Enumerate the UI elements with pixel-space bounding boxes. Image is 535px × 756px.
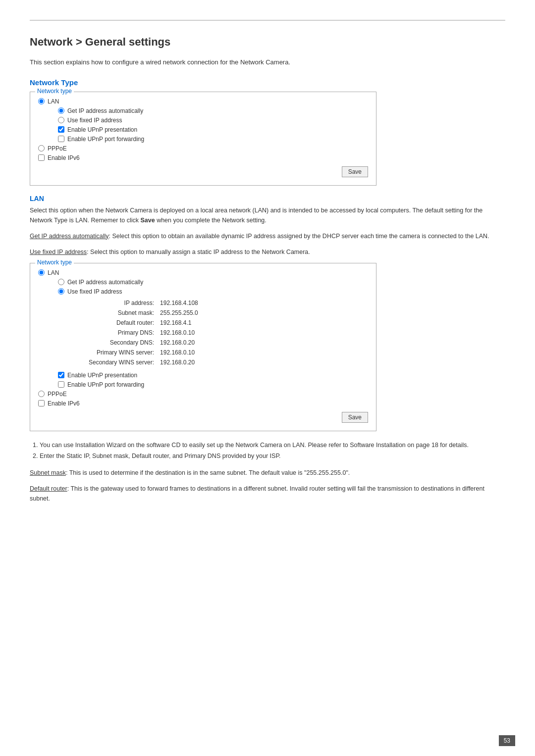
default-router-desc: : This is the gateway used to forward fr… <box>30 485 484 502</box>
get-ip-auto-row[interactable]: Get IP address automatically <box>58 107 368 114</box>
use-fixed-ip-radio-2[interactable] <box>58 288 64 295</box>
enable-ipv6-label-1: Enable IPv6 <box>48 154 80 161</box>
enable-upnp-port-checkbox-2[interactable] <box>58 381 64 388</box>
secondary-wins-value: 192.168.0.20 <box>160 358 201 367</box>
lan-radio[interactable] <box>38 98 45 104</box>
save-strong: Save <box>140 217 155 224</box>
get-ip-auto-row-2[interactable]: Get IP address automatically <box>58 279 368 286</box>
lan-radio-2[interactable] <box>38 269 45 276</box>
use-fixed-ip-radio[interactable] <box>58 117 64 123</box>
lan-subheading: LAN <box>30 195 505 202</box>
get-ip-auto-label-2: Get IP address automatically <box>67 279 143 286</box>
enable-upnp-port-label-1: Enable UPnP port forwarding <box>67 136 144 143</box>
pppoe-radio-row-1[interactable]: PPPoE <box>38 145 368 152</box>
lan-radio-row-2[interactable]: LAN <box>38 269 368 276</box>
subnet-mask-row: Subnet mask: 255.255.255.0 <box>89 308 201 317</box>
enable-ipv6-row-1[interactable]: Enable IPv6 <box>38 154 368 161</box>
enable-ipv6-checkbox-1[interactable] <box>38 154 45 161</box>
enable-upnp-pres-row-2[interactable]: Enable UPnP presentation <box>58 372 368 379</box>
secondary-dns-label: Secondary DNS: <box>89 338 159 347</box>
subnet-mask-desc: : This is used to determine if the desti… <box>66 469 350 476</box>
get-ip-auto-label: Get IP address automatically <box>67 107 143 114</box>
enable-ipv6-checkbox-2[interactable] <box>38 400 45 406</box>
pppoe-radio-2[interactable] <box>38 391 45 397</box>
get-ip-auto-paragraph: Get IP address automatically: Select thi… <box>30 231 505 241</box>
subnet-mask-label: Subnet mask: <box>89 308 159 317</box>
network-type-box-1: Network type LAN Get IP address automati… <box>30 92 376 186</box>
note-1-text: You can use Installation Wizard on the s… <box>40 442 469 449</box>
notes-list: You can use Installation Wizard on the s… <box>40 440 505 461</box>
intro-text: This section explains how to configure a… <box>30 57 505 67</box>
enable-upnp-port-label-2: Enable UPnP port forwarding <box>67 381 144 388</box>
use-fixed-ip-label: Use fixed IP address <box>67 117 122 124</box>
note-2-text: Enter the Static IP, Subnet mask, Defaul… <box>40 453 281 459</box>
top-rule <box>30 20 505 21</box>
enable-upnp-port-row-1[interactable]: Enable UPnP port forwarding <box>58 136 368 143</box>
default-router-paragraph: Default router: This is the gateway used… <box>30 484 505 504</box>
ip-address-label: IP address: <box>89 299 159 307</box>
secondary-dns-row: Secondary DNS: 192.168.0.20 <box>89 338 201 347</box>
secondary-wins-label: Secondary WINS server: <box>89 358 159 367</box>
save-button-1[interactable]: Save <box>342 166 368 177</box>
secondary-dns-value: 192.168.0.20 <box>160 338 201 347</box>
get-ip-auto-radio[interactable] <box>58 107 64 114</box>
ip-fields-table: IP address: 192.168.4.108 Subnet mask: 2… <box>88 298 202 368</box>
note-2: Enter the Static IP, Subnet mask, Defaul… <box>40 451 505 461</box>
get-ip-auto-radio-2[interactable] <box>58 279 64 285</box>
primary-dns-row: Primary DNS: 192.168.0.10 <box>89 328 201 337</box>
subnet-mask-link: Subnet mask <box>30 469 66 476</box>
use-fixed-paragraph: Use fixed IP address: Select this option… <box>30 247 505 257</box>
secondary-wins-row: Secondary WINS server: 192.168.0.20 <box>89 358 201 367</box>
primary-wins-label: Primary WINS server: <box>89 348 159 357</box>
save-row-1: Save <box>38 166 368 177</box>
network-type-box-2: Network type LAN Get IP address automati… <box>30 263 376 431</box>
enable-ipv6-label-2: Enable IPv6 <box>48 400 80 407</box>
subnet-mask-paragraph: Subnet mask: This is used to determine i… <box>30 468 505 478</box>
enable-upnp-port-row-2[interactable]: Enable UPnP port forwarding <box>58 381 368 388</box>
note-1: You can use Installation Wizard on the s… <box>40 440 505 450</box>
pppoe-label-2: PPPoE <box>48 391 67 398</box>
ip-address-value: 192.168.4.108 <box>160 299 201 307</box>
network-type-heading: Network Type <box>30 78 505 87</box>
box1-title: Network type <box>35 88 74 95</box>
box2-title: Network type <box>35 259 74 266</box>
enable-upnp-pres-label-1: Enable UPnP presentation <box>67 126 137 133</box>
get-ip-auto-link: Get IP address automatically <box>30 233 109 240</box>
enable-ipv6-row-2[interactable]: Enable IPv6 <box>38 400 368 407</box>
default-router-label: Default router: <box>89 318 159 327</box>
enable-upnp-pres-label-2: Enable UPnP presentation <box>67 372 137 379</box>
enable-upnp-pres-checkbox-1[interactable] <box>58 126 64 133</box>
lan-paragraph-1: Select this option when the Network Came… <box>30 205 505 225</box>
lan-label: LAN <box>48 98 59 105</box>
subnet-mask-value: 255.255.255.0 <box>160 308 201 317</box>
use-fixed-ip-row[interactable]: Use fixed IP address <box>58 117 368 124</box>
save-row-2: Save <box>38 412 368 423</box>
use-fixed-ip-label-2: Use fixed IP address <box>67 288 122 295</box>
primary-dns-label: Primary DNS: <box>89 328 159 337</box>
lan-label-2: LAN <box>48 269 59 276</box>
get-ip-auto-desc: : Select this option to obtain an availa… <box>109 233 489 240</box>
page-title: Network > General settings <box>30 36 505 49</box>
lan-radio-row[interactable]: LAN <box>38 98 368 105</box>
enable-upnp-pres-checkbox-2[interactable] <box>58 372 64 378</box>
ip-address-row: IP address: 192.168.4.108 <box>89 299 201 307</box>
pppoe-radio-1[interactable] <box>38 145 45 151</box>
primary-dns-value: 192.168.0.10 <box>160 328 201 337</box>
use-fixed-link: Use fixed IP address <box>30 249 87 255</box>
page-number: 53 <box>499 735 515 746</box>
primary-wins-value: 192.168.0.10 <box>160 348 201 357</box>
use-fixed-ip-row-2[interactable]: Use fixed IP address <box>58 288 368 295</box>
enable-upnp-port-checkbox-1[interactable] <box>58 136 64 142</box>
enable-upnp-pres-row-1[interactable]: Enable UPnP presentation <box>58 126 368 133</box>
default-router-value: 192.168.4.1 <box>160 318 201 327</box>
default-router-link: Default router <box>30 485 67 492</box>
use-fixed-desc: : Select this option to manually assign … <box>87 249 310 255</box>
save-button-2[interactable]: Save <box>342 412 368 423</box>
primary-wins-row: Primary WINS server: 192.168.0.10 <box>89 348 201 357</box>
pppoe-label-1: PPPoE <box>48 145 67 152</box>
pppoe-radio-row-2[interactable]: PPPoE <box>38 391 368 398</box>
default-router-row: Default router: 192.168.4.1 <box>89 318 201 327</box>
